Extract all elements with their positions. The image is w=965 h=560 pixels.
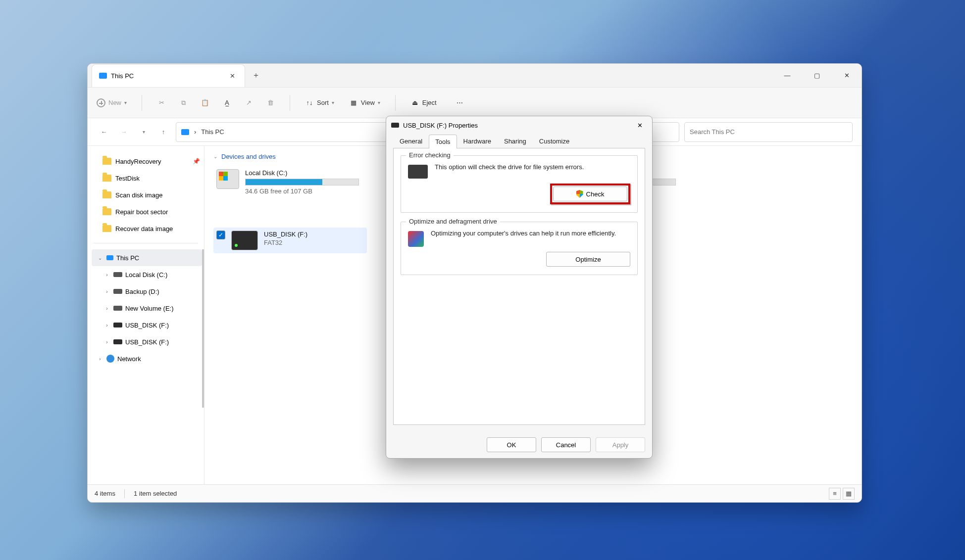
dialog-action-row: OK Cancel Apply — [386, 437, 652, 452]
dialog-titlebar: USB_DISK (F:) Properties ✕ — [386, 116, 652, 134]
quick-access-item[interactable]: Recover data image — [92, 220, 200, 237]
new-tab-button[interactable]: ＋ — [252, 70, 260, 81]
up-button[interactable]: ↑ — [156, 125, 171, 140]
forward-button[interactable]: → — [116, 125, 131, 140]
tab-strip: General Tools Hardware Sharing Customize — [386, 134, 652, 148]
optimize-icon — [408, 231, 424, 247]
paste-button[interactable]: 📋 — [201, 98, 209, 107]
chevron-down-icon: ▾ — [378, 100, 380, 105]
chevron-down-icon[interactable]: ⌄ — [97, 255, 103, 261]
apply-label: Apply — [612, 441, 629, 449]
minimize-button[interactable]: — — [772, 64, 802, 88]
apply-button[interactable]: Apply — [596, 437, 645, 452]
cancel-button[interactable]: Cancel — [541, 437, 591, 452]
large-icons-view-button[interactable]: ▦ — [843, 488, 855, 500]
quick-access-item[interactable]: Scan disk image — [92, 187, 200, 203]
section-title: Devices and drives — [221, 153, 276, 160]
scissors-icon: ✂ — [157, 98, 166, 107]
tree-network[interactable]: ›Network — [92, 350, 202, 367]
this-pc-icon — [181, 129, 189, 135]
quick-access-label: Recover data image — [115, 225, 173, 233]
quick-access-item[interactable]: Repair boot sector — [92, 203, 200, 220]
folder-icon — [102, 191, 111, 198]
view-icon: ▦ — [349, 98, 358, 107]
tab-page-tools: Error checking This option will check th… — [393, 148, 645, 425]
ok-label: OK — [507, 441, 516, 449]
optimize-text: Optimizing your computer's drives can he… — [431, 229, 616, 238]
tree-this-pc[interactable]: ⌄This PC — [92, 249, 202, 266]
share-button[interactable]: ↗ — [244, 98, 253, 107]
ok-button[interactable]: OK — [487, 437, 536, 452]
network-icon — [106, 355, 114, 363]
tree-drive[interactable]: ›New Volume (E:) — [92, 300, 202, 317]
drive-usb-disk-f[interactable]: ✓ USB_DISK (F:) FAT32 — [213, 228, 367, 253]
tab-hardware[interactable]: Hardware — [457, 134, 498, 148]
chevron-right-icon[interactable]: › — [103, 323, 110, 328]
tree-label: New Volume (E:) — [125, 305, 174, 312]
eject-button[interactable]: ⏏ Eject — [410, 98, 437, 107]
sort-button[interactable]: ↑↓ Sort ▾ — [305, 98, 334, 107]
quick-access-label: TestDisk — [115, 175, 140, 182]
details-view-button[interactable]: ≡ — [829, 488, 841, 500]
cut-button[interactable]: ✂ — [157, 98, 166, 107]
checkbox-checked[interactable]: ✓ — [216, 231, 225, 239]
optimize-button-label: Optimize — [575, 256, 601, 263]
capacity-bar — [245, 179, 359, 186]
tree-drive[interactable]: ›USB_DISK (F:) — [92, 317, 202, 333]
highlight-annotation: Check — [550, 184, 630, 204]
separator — [290, 95, 290, 111]
back-button[interactable]: ← — [97, 125, 111, 140]
tab-general[interactable]: General — [393, 134, 429, 148]
optimize-button[interactable]: Optimize — [546, 252, 630, 267]
search-input[interactable] — [684, 122, 853, 142]
close-tab-icon[interactable]: ✕ — [227, 72, 238, 80]
drive-icon — [113, 272, 122, 277]
separator — [124, 489, 125, 498]
this-pc-icon — [99, 73, 107, 79]
recent-locations-button[interactable]: ▾ — [136, 125, 151, 140]
dialog-title: USB_DISK (F:) Properties — [403, 122, 478, 129]
check-button[interactable]: Check — [553, 187, 627, 201]
drive-local-disk-c[interactable]: ✓ Local Disk (C:) 34.6 GB free of 107 GB — [213, 166, 362, 198]
tab-tools[interactable]: Tools — [429, 135, 457, 148]
breadcrumb-location[interactable]: This PC — [201, 128, 224, 136]
maximize-button[interactable]: ▢ — [802, 64, 832, 88]
tree-label: Local Disk (C:) — [125, 271, 167, 279]
drive-name: Local Disk (C:) — [245, 169, 359, 177]
tree-drive[interactable]: ›Backup (D:) — [92, 283, 202, 300]
more-button[interactable]: ⋯ — [456, 98, 464, 107]
eject-icon: ⏏ — [410, 98, 419, 107]
quick-access-item[interactable]: TestDisk — [92, 170, 200, 187]
view-button[interactable]: ▦ View ▾ — [349, 98, 380, 107]
chevron-right-icon[interactable]: › — [103, 306, 110, 311]
trash-icon: 🗑 — [266, 98, 275, 107]
rename-button[interactable]: A̲ — [222, 98, 231, 107]
rename-icon: A̲ — [222, 98, 231, 107]
separator — [94, 243, 198, 243]
tab-customize[interactable]: Customize — [533, 134, 576, 148]
properties-dialog: USB_DISK (F:) Properties ✕ General Tools… — [386, 116, 653, 459]
status-bar: 4 items 1 item selected ≡ ▦ — [88, 484, 862, 502]
chevron-right-icon[interactable]: › — [103, 289, 110, 294]
new-label: New — [108, 99, 121, 106]
tab-sharing[interactable]: Sharing — [498, 134, 533, 148]
folder-icon — [102, 175, 111, 182]
quick-access-item[interactable]: HandyRecovery📌 — [92, 153, 200, 170]
drive-icon — [113, 289, 122, 294]
tree-drive[interactable]: ›Local Disk (C:) — [92, 266, 202, 283]
close-window-button[interactable]: ✕ — [832, 64, 862, 88]
chevron-right-icon[interactable]: › — [103, 339, 110, 345]
explorer-tab-this-pc[interactable]: This PC ✕ — [92, 64, 245, 87]
copy-button[interactable]: ⧉ — [179, 98, 188, 107]
chevron-right-icon[interactable]: › — [97, 356, 103, 362]
ellipsis-icon: ⋯ — [456, 98, 464, 107]
close-dialog-button[interactable]: ✕ — [632, 122, 647, 129]
delete-button[interactable]: 🗑 — [266, 98, 275, 107]
pin-icon: 📌 — [193, 158, 200, 165]
new-button[interactable]: New ▾ — [97, 98, 127, 107]
chevron-right-icon[interactable]: › — [103, 272, 110, 278]
tab-title: This PC — [111, 72, 134, 80]
tree-drive[interactable]: ›USB_DISK (F:) — [92, 333, 202, 350]
command-bar: New ▾ ✂ ⧉ 📋 A̲ ↗ 🗑 ↑↓ Sort ▾ ▦ View ▾ ⏏ … — [88, 88, 862, 118]
group-optimize: Optimize and defragment drive Optimizing… — [401, 222, 638, 275]
